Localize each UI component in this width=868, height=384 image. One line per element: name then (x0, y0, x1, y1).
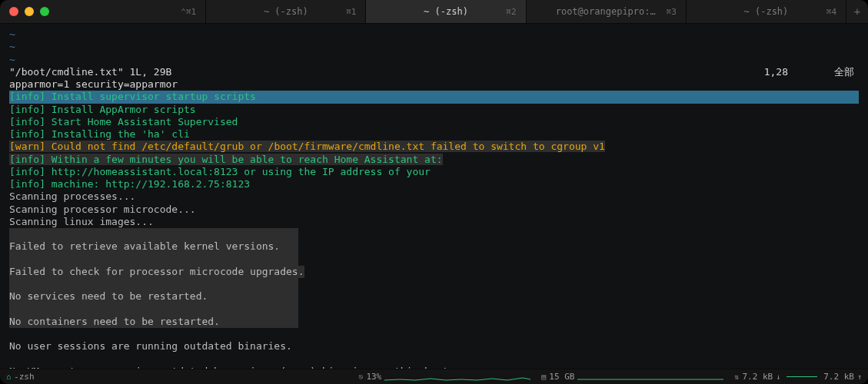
status-cpu: ⎋ 13% (358, 372, 530, 382)
info-line-highlighted: [info] Install supervisor startup script… (9, 91, 859, 103)
tab-title: ~ (-zsh) (424, 6, 468, 17)
info-line: [info] http://homeassistant.local:8123 o… (9, 166, 859, 178)
process-icon: ⌂ (6, 372, 11, 381)
tab-title: ~ (-zsh) (744, 6, 789, 17)
tilde-line: ~ (9, 28, 859, 41)
info-line: [info] machine: http://192.168.2.75:8123 (9, 178, 859, 190)
tilde-line: ~ (9, 54, 859, 66)
info-line: [info] Installing the 'ha' cli (9, 128, 859, 141)
no-user-sessions-line: No user sessions are running outdated bi… (9, 340, 859, 353)
down-arrow-icon: ↓ (776, 372, 780, 381)
fail-line: Failed to retrieve available kernel vers… (9, 240, 298, 253)
scan-line: Scanning processes... (9, 190, 859, 203)
no-containers-line: No containers need to be restarted. (9, 316, 298, 328)
apparmor-line: apparmor=1 security=apparmor (9, 78, 859, 91)
status-memory: ▤ 15 GB (541, 372, 723, 382)
blank-line (9, 328, 859, 340)
titlebar: ⌃⌘1 ~ (-zsh) ⌘1 ~ (-zsh) ⌘2 root@orangep… (0, 0, 868, 24)
tab-5[interactable]: ~ (-zsh) ⌘4 (687, 0, 846, 23)
tab-hotkey: ⌘4 (826, 7, 836, 17)
blank-line (9, 253, 298, 266)
status-network: ⇅ 7.2 kB↓ 7.2 kB↑ (734, 372, 862, 382)
tab-3-active[interactable]: ~ (-zsh) ⌘2 (366, 0, 526, 23)
selection-block: Failed to retrieve available kernel vers… (9, 228, 304, 328)
cpu-icon: ⎋ (358, 372, 363, 381)
net-down-value: 7.2 kB (742, 372, 773, 382)
tab-hotkey: ⌘3 (667, 7, 677, 17)
status-process: ⌂ -zsh (6, 372, 35, 382)
tab-2[interactable]: ~ (-zsh) ⌘1 (206, 0, 366, 23)
traffic-lights (0, 7, 49, 16)
close-button[interactable] (9, 7, 18, 16)
cpu-value: 13% (366, 372, 381, 382)
terminal-output[interactable]: ~ ~ ~ "/boot/cmdline.txt" 1L, 29B 1,28 全… (0, 24, 868, 369)
memory-icon: ▤ (541, 372, 546, 381)
tab-hotkey: ⌃⌘1 (181, 7, 196, 17)
warn-line: [warn] Could not find /etc/default/grub … (9, 141, 859, 153)
fail-line: Failed to check for processor microcode … (9, 266, 304, 278)
tab-title: ~ (-zsh) (264, 6, 308, 17)
process-name: -zsh (14, 372, 35, 382)
blank-line (9, 228, 298, 240)
minimize-button[interactable] (25, 7, 34, 16)
vim-file-status: "/boot/cmdline.txt" 1L, 29B 1,28 全部 (9, 66, 859, 78)
view-mode: 全部 (834, 66, 854, 78)
net-up-value: 7.2 kB (823, 372, 854, 382)
network-icon: ⇅ (734, 372, 739, 381)
tab-hotkey: ⌘2 (506, 7, 516, 17)
maximize-button[interactable] (40, 7, 49, 16)
scan-line: Scanning processor microcode... (9, 204, 859, 216)
tab-title: root@orangepipro: ~/Downloads (ssh) (556, 6, 657, 17)
tilde-line: ~ (9, 41, 859, 53)
plus-icon: + (854, 5, 860, 18)
status-bar: ⌂ -zsh ⎋ 13% ▤ 15 GB ⇅ 7.2 kB↓ (0, 369, 868, 384)
info-line: [info] Start Home Assistant Supervised (9, 116, 859, 128)
no-services-line: No services need to be restarted. (9, 290, 298, 303)
info-line: [info] Within a few minutes you will be … (9, 154, 859, 166)
new-tab-button[interactable]: + (846, 0, 868, 23)
cursor-position: 1,28 (764, 66, 788, 78)
tab-hotkey: ⌘1 (346, 7, 356, 17)
memory-sparkline (577, 372, 723, 382)
cpu-sparkline (384, 372, 530, 382)
file-status-left: "/boot/cmdline.txt" 1L, 29B (9, 66, 171, 78)
up-arrow-icon: ↑ (857, 372, 862, 381)
tab-4[interactable]: root@orangepipro: ~/Downloads (ssh) ⌘3 (527, 0, 687, 23)
memory-value: 15 GB (549, 372, 574, 382)
blank-line (9, 353, 859, 366)
blank-line (9, 303, 298, 316)
info-line: [info] Install AppArmor scripts (9, 104, 859, 116)
blank-line (9, 278, 298, 290)
scan-line: Scanning linux images... (9, 216, 859, 228)
tab-bar: ⌃⌘1 ~ (-zsh) ⌘1 ~ (-zsh) ⌘2 root@orangep… (0, 0, 868, 23)
